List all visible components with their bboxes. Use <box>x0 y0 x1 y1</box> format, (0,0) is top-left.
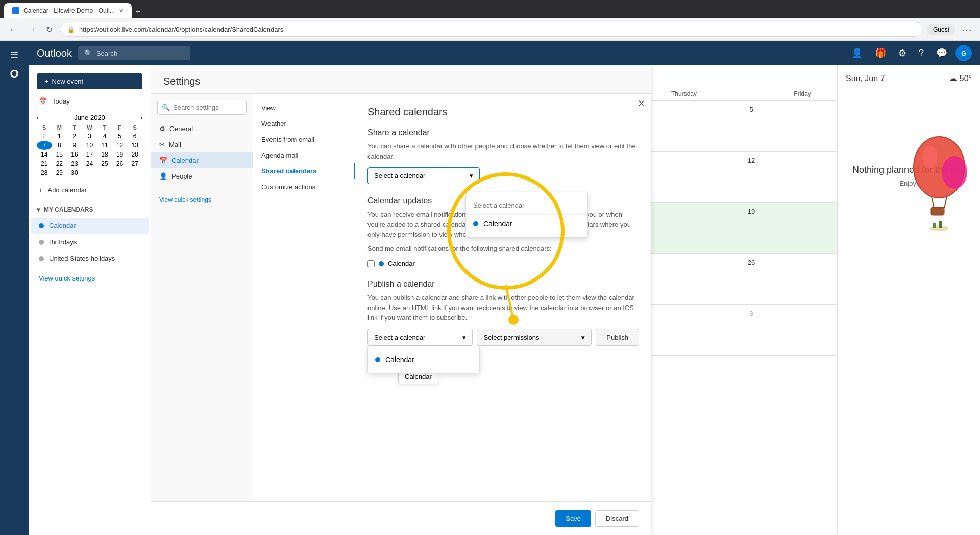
cal-cell[interactable]: 5 <box>112 132 128 141</box>
subnav-item-agenda-mail[interactable]: Agenda mail <box>253 147 355 163</box>
cal-cell[interactable]: 9 <box>67 141 82 150</box>
refresh-button[interactable]: ↻ <box>43 22 56 36</box>
mini-calendar: ‹ June 2020 › S M T W T F S <box>29 110 151 182</box>
holidays-label: United States holidays <box>49 254 115 262</box>
mini-cal-table: S M T W T F S 31 1 2 3 <box>37 123 142 177</box>
subnav-item-customize-actions[interactable]: Customize actions <box>253 179 355 195</box>
help-icon[interactable]: ? <box>915 46 928 61</box>
subnav-item-events-from-email[interactable]: Events from email <box>253 132 355 147</box>
cal-cell[interactable]: 18 <box>97 150 112 159</box>
share-calendar-desc: You can share a calendar with other peop… <box>368 141 639 161</box>
tab-favicon <box>12 7 19 14</box>
share-calendar-dropdown[interactable]: Select a calendar ▾ <box>368 167 480 184</box>
hamburger-icon[interactable]: ☰ <box>4 45 24 65</box>
tab-title: Calendar - Lifewire Demo - Outl... <box>23 7 115 14</box>
cal-cell[interactable]: 31 <box>37 132 52 141</box>
settings-nav-item-people[interactable]: 👤 People <box>151 168 253 184</box>
cal-cell[interactable]: 28 <box>37 168 52 177</box>
settings-search-input[interactable] <box>173 104 242 111</box>
cal-cell[interactable]: 10 <box>82 141 97 150</box>
day-header-w: W <box>82 123 97 132</box>
forward-button[interactable]: → <box>24 23 39 36</box>
cal-cell[interactable]: 13 <box>127 141 142 150</box>
save-button[interactable]: Save <box>555 510 591 527</box>
cal-cell[interactable]: 20 <box>127 150 142 159</box>
cal-cell[interactable]: 29 <box>52 168 67 177</box>
publish-calendar-dropdown[interactable]: Select a calendar ▾ <box>368 329 473 346</box>
new-event-button[interactable]: + New event <box>37 73 142 89</box>
subnav-item-shared-calendars[interactable]: Shared calendars <box>253 163 355 179</box>
cal-cell-today[interactable]: 7 <box>37 141 52 150</box>
view-quick-settings-label: View quick settings <box>39 274 95 282</box>
cal-cell[interactable]: 3 <box>82 132 97 141</box>
subnav-label: Shared calendars <box>261 167 316 175</box>
discard-button[interactable]: Discard <box>595 510 639 527</box>
publish-permissions-dropdown[interactable]: Select permissions ▾ <box>477 329 592 346</box>
share-calendar-placeholder: Select a calendar <box>374 172 425 180</box>
sidebar-item-birthdays[interactable]: Birthdays <box>31 234 149 250</box>
settings-icon[interactable]: ⚙ <box>894 45 911 61</box>
cal-cell[interactable]: 15 <box>52 150 67 159</box>
sidebar-item-add-calendar[interactable]: + Add calendar <box>31 182 149 198</box>
outlook-header: Outlook 🔍 👤 🎁 ⚙ ? 💬 G <box>29 41 980 65</box>
cal-cell[interactable]: 4 <box>97 132 112 141</box>
permissions-placeholder: Select permissions <box>483 334 539 341</box>
cal-cell[interactable]: 30 <box>67 168 82 177</box>
cal-cell[interactable]: 19 <box>112 150 128 159</box>
mini-cal-prev[interactable]: ‹ <box>37 114 39 121</box>
day-header-s1: S <box>37 123 52 132</box>
back-button[interactable]: ← <box>6 23 20 36</box>
subnav-item-weather[interactable]: Weather <box>253 116 355 132</box>
settings-close-button[interactable]: ✕ <box>631 94 651 113</box>
settings-nav-item-calendar[interactable]: 📅 Calendar <box>151 152 253 168</box>
cal-cell[interactable]: 17 <box>82 150 97 159</box>
cal-cell[interactable]: 11 <box>97 141 112 150</box>
cal-cell[interactable]: 23 <box>67 159 82 168</box>
cal-cell[interactable]: 25 <box>97 159 112 168</box>
sidebar-item-today[interactable]: 📅 Today <box>31 93 149 109</box>
people-icon: 👤 <box>159 172 167 180</box>
cal-cell[interactable]: 16 <box>67 150 82 159</box>
header-icons: 👤 🎁 ⚙ ? 💬 G <box>847 45 972 61</box>
cal-cell[interactable]: 24 <box>82 159 97 168</box>
tab-close-button[interactable]: ✕ <box>119 8 124 14</box>
publish-button[interactable]: Publish <box>596 329 639 346</box>
settings-nav-item-mail[interactable]: ✉ Mail <box>151 137 253 152</box>
cal-cell[interactable]: 22 <box>52 159 67 168</box>
user-avatar[interactable]: G <box>955 45 972 61</box>
profile-button[interactable]: Guest <box>927 24 955 35</box>
browser-menu-button[interactable]: ⋯ <box>960 21 974 38</box>
share-calendar-option[interactable]: Calendar <box>466 215 587 233</box>
settings-search-box[interactable]: 🔍 <box>157 100 247 115</box>
new-tab-button[interactable]: + <box>132 5 144 18</box>
gift-icon[interactable]: 🎁 <box>871 45 890 61</box>
cal-cell[interactable]: 6 <box>127 132 142 141</box>
settings-nav-item-general[interactable]: ⚙ General <box>151 121 253 137</box>
people-icon[interactable]: 👤 <box>847 45 867 61</box>
cal-cell[interactable]: 26 <box>112 159 128 168</box>
sidebar-section-my-calendars[interactable]: ▾ My calendars <box>29 202 151 217</box>
mini-cal-next[interactable]: › <box>140 114 142 121</box>
chevron-down-icon: ▾ <box>462 334 466 341</box>
cal-cell[interactable]: 12 <box>112 141 128 150</box>
cal-cell[interactable]: 2 <box>67 132 82 141</box>
header-search-box[interactable]: 🔍 <box>78 46 190 60</box>
today-label: Today <box>52 97 70 105</box>
sidebar-item-us-holidays[interactable]: United States holidays <box>31 250 149 266</box>
active-tab[interactable]: Calendar - Lifewire Demo - Outl... ✕ <box>4 3 132 18</box>
cal-cell[interactable]: 27 <box>127 159 142 168</box>
view-quick-settings-nav[interactable]: View quick settings <box>151 192 253 208</box>
cal-cell[interactable]: 21 <box>37 159 52 168</box>
view-quick-settings-link[interactable]: View quick settings <box>31 270 149 286</box>
subnav-label: View <box>261 104 276 112</box>
cal-cell[interactable]: 14 <box>37 150 52 159</box>
cal-cell[interactable]: 8 <box>52 141 67 150</box>
sidebar-item-calendar[interactable]: Calendar <box>31 218 149 234</box>
cal-cell[interactable]: 1 <box>52 132 67 141</box>
subnav-item-view[interactable]: View <box>253 100 355 116</box>
publish-calendar-option[interactable]: Calendar <box>368 350 479 369</box>
calendar-checkbox[interactable] <box>368 260 375 267</box>
search-input[interactable] <box>96 49 178 57</box>
feedback-icon[interactable]: 💬 <box>932 45 951 61</box>
address-bar[interactable]: 🔒 https://outlook.live.com/calendar/0/op… <box>60 22 923 37</box>
